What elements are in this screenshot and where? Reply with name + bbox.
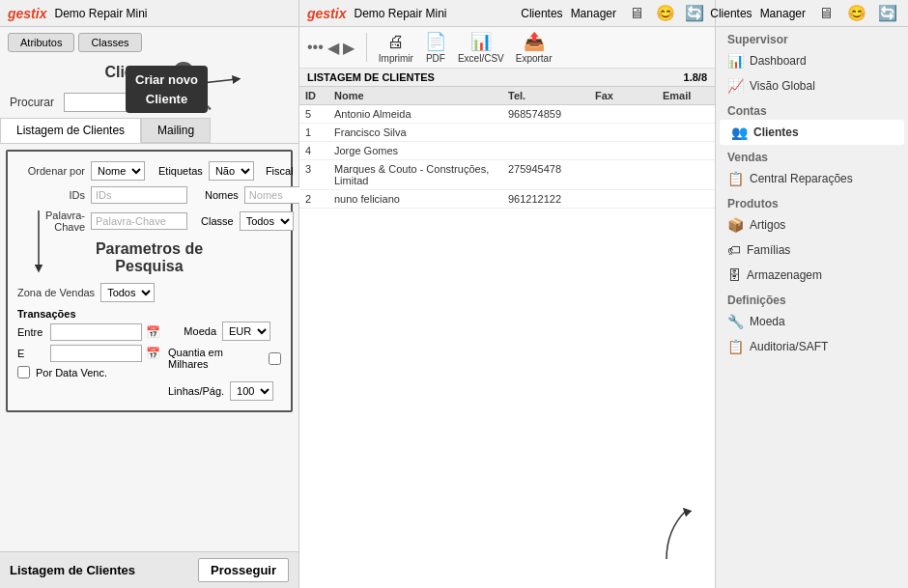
- pdf-button[interactable]: 📄 PDF: [425, 31, 446, 64]
- sidebar-item-dashboard[interactable]: 📊 Dashboard: [716, 48, 908, 73]
- row-id: 1: [299, 126, 328, 138]
- print-icon: 🖨: [387, 32, 405, 52]
- refresh-icon-btn[interactable]: 🔄: [682, 1, 707, 26]
- supervisor-section-title: Supervisor: [716, 27, 908, 48]
- table-row[interactable]: 3 Marques & Couto - Construções, Limitad…: [299, 160, 715, 190]
- linhas-row: Linhas/Pág. 100: [168, 381, 281, 401]
- etiquetas-select[interactable]: Não: [209, 161, 254, 181]
- classe-label: Classe: [201, 215, 234, 227]
- face-sidebar-icon[interactable]: 😊: [844, 1, 869, 26]
- table-row[interactable]: 4 Jorge Gomes: [299, 142, 715, 160]
- row-tel: 968574859: [502, 108, 589, 120]
- palavra-chave-input[interactable]: [91, 212, 187, 230]
- imprimir-label: Imprimir: [379, 53, 413, 64]
- quantia-checkbox[interactable]: [269, 352, 281, 365]
- search-label: Procurar: [10, 96, 58, 109]
- right-sidebar: Clientes Manager 🖥 😊 🔄 Supervisor 📊 Dash…: [715, 0, 908, 588]
- sidebar-item-central-reparacoes[interactable]: 📋 Central Reparações: [716, 166, 908, 191]
- transacoes-title: Transações: [17, 308, 160, 320]
- toolbar-nav: ••• ◀ ▶: [307, 39, 355, 57]
- vendas-section-title: Vendas: [716, 145, 908, 166]
- moeda-select[interactable]: EUR: [222, 322, 270, 341]
- face-icon-btn[interactable]: 😊: [653, 1, 678, 26]
- classe-select[interactable]: Todos: [240, 211, 294, 231]
- moeda-sidebar-label: Moeda: [750, 315, 785, 328]
- moeda-label: Moeda: [168, 325, 216, 337]
- back-button[interactable]: ◀: [327, 39, 339, 57]
- visao-global-icon: 📈: [727, 78, 744, 94]
- sidebar-item-artigos[interactable]: 📦 Artigos: [716, 212, 908, 238]
- row-nome: Marques & Couto - Construções, Limitad: [328, 163, 502, 186]
- row-fax: [589, 108, 657, 120]
- moeda-row: Moeda EUR: [168, 322, 281, 341]
- row-email: [657, 108, 715, 120]
- arrow-to-prosseguir: [628, 501, 705, 559]
- forward-button[interactable]: ▶: [343, 39, 355, 57]
- familias-label: Famílias: [747, 243, 790, 257]
- tab-listagem-clientes[interactable]: Listagem de Clientes: [0, 118, 141, 143]
- table-row[interactable]: 2 nuno feliciano 961212122: [299, 190, 715, 209]
- imprimir-button[interactable]: 🖨 Imprimir: [379, 32, 413, 64]
- linhas-select[interactable]: 100: [230, 381, 273, 401]
- calendar-to-icon[interactable]: 📅: [146, 347, 160, 360]
- refresh-sidebar-icon[interactable]: 🔄: [875, 1, 900, 26]
- toolbar-separator-1: [366, 33, 367, 62]
- row-nome: Francisco Silva: [328, 126, 502, 138]
- listagem-header-bar: LISTAGEM DE CLIENTES 1.8/8: [299, 69, 715, 87]
- armazenagem-icon: 🗄: [727, 267, 741, 283]
- ordenar-select[interactable]: Nome: [91, 161, 145, 181]
- params-row-1: Ordenar por Nome Etiquetas Não Fiscal: [17, 161, 281, 181]
- ordenar-label: Ordenar por: [17, 165, 85, 177]
- exportar-button[interactable]: 📤 Exportar: [516, 31, 553, 64]
- tab-mailing[interactable]: Mailing: [141, 118, 211, 143]
- row-tel: [502, 126, 589, 138]
- sidebar-item-moeda[interactable]: 🔧 Moeda: [716, 309, 908, 334]
- main-panel: gestix Demo Repair Mini Clientes Manager…: [299, 0, 715, 588]
- excel-icon: 📊: [470, 31, 492, 52]
- dashboard-icon: 📊: [727, 53, 744, 69]
- date-from-input[interactable]: 2024-01-01: [50, 323, 142, 341]
- params-panel: Ordenar por Nome Etiquetas Não Fiscal ID…: [6, 150, 293, 412]
- clientes-icon: 👥: [731, 125, 748, 140]
- central-reparacoes-icon: 📋: [727, 171, 744, 186]
- moeda-section: Moeda EUR Quantia em Milhares Linhas/Pág…: [168, 322, 281, 401]
- sidebar-item-armazenagem[interactable]: 🗄 Armazenagem: [716, 263, 908, 288]
- monitor-sidebar-icon[interactable]: 🖥: [813, 1, 838, 26]
- sidebar-icons: 🖥 😊 🔄: [813, 1, 900, 26]
- ids-input[interactable]: [91, 186, 187, 204]
- sidebar-item-visao-global[interactable]: 📈 Visão Global: [716, 73, 908, 98]
- params-row-zona: Zona de Vendas Todos: [17, 283, 281, 302]
- clientes-nav-label: Clientes: [521, 7, 562, 20]
- calendar-from-icon[interactable]: 📅: [146, 325, 160, 339]
- row-tel: [502, 145, 589, 156]
- zona-vendas-label: Zona de Vendas: [17, 287, 95, 298]
- por-data-checkbox[interactable]: [17, 366, 30, 378]
- sidebar-item-auditoria[interactable]: 📋 Auditoria/SAFT: [716, 334, 908, 359]
- table-row[interactable]: 5 Antonio Almeida 968574859: [299, 105, 715, 124]
- exportar-icon: 📤: [524, 31, 545, 52]
- artigos-icon: 📦: [727, 217, 744, 233]
- tab-classes[interactable]: Classes: [78, 33, 141, 52]
- zona-vendas-select[interactable]: Todos: [100, 283, 155, 302]
- row-id: 4: [299, 145, 328, 156]
- pdf-icon: 📄: [425, 31, 446, 52]
- excel-button[interactable]: 📊 Excel/CSV: [458, 31, 504, 64]
- prosseguir-button[interactable]: Prosseguir: [198, 558, 289, 582]
- exportar-label: Exportar: [516, 53, 553, 64]
- ids-label: IDs: [17, 189, 85, 201]
- date-to-input[interactable]: 2024-07-01: [50, 345, 142, 362]
- nav-dots[interactable]: •••: [307, 39, 324, 56]
- sidebar-item-clientes[interactable]: 👥 Clientes: [720, 120, 904, 145]
- excel-label: Excel/CSV: [458, 53, 504, 64]
- nomes-label: Nomes: [205, 189, 239, 201]
- monitor-icon-btn[interactable]: 🖥: [624, 1, 649, 26]
- sidebar-item-familias[interactable]: 🏷 Famílias: [716, 238, 908, 263]
- main-top-bar: gestix Demo Repair Mini Clientes Manager…: [299, 0, 715, 27]
- clientes-sidebar-label: Clientes: [753, 126, 799, 139]
- table-header: ID Nome Tel. Fax Email: [299, 87, 715, 105]
- table-row[interactable]: 1 Francisco Silva: [299, 124, 715, 142]
- listagem-clientes-header: LISTAGEM DE CLIENTES: [307, 71, 435, 83]
- tab-atributos[interactable]: Atributos: [8, 33, 74, 52]
- left-top-bar: gestix Demo Repair Mini: [0, 0, 298, 27]
- visao-global-label: Visão Global: [750, 79, 815, 93]
